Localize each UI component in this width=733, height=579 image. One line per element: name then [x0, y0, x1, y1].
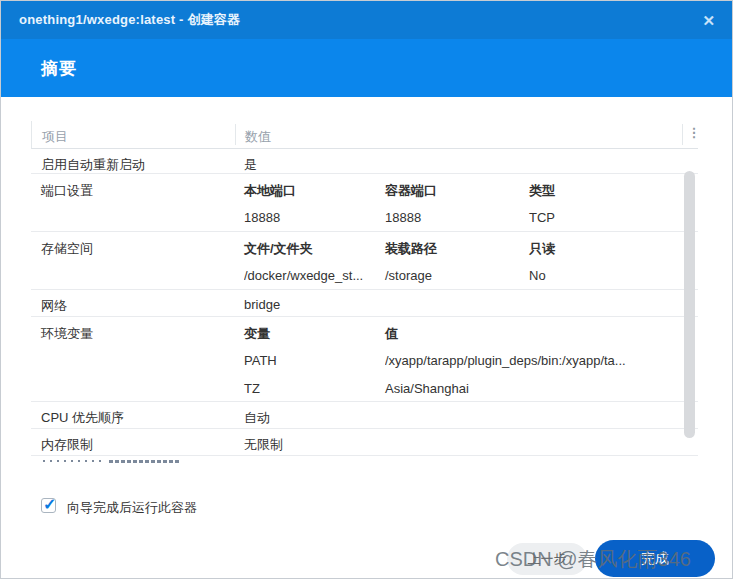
column-divider — [235, 124, 236, 145]
row-label: 启用自动重新启动 — [41, 156, 145, 174]
subcolumn-file-folder: 文件/文件夹 — [244, 240, 313, 258]
memory-limit-value: 无限制 — [244, 436, 283, 454]
table-row-memory-limit: 内存限制 无限制 — [31, 429, 698, 456]
subcolumn-variable: 变量 — [244, 325, 270, 343]
create-container-dialog: onething1/wxedge:latest - 创建容器 ✕ 摘要 项目 数… — [0, 0, 733, 579]
table-row-network: 网络 bridge — [31, 290, 698, 317]
close-icon[interactable]: ✕ — [702, 13, 715, 28]
row-label: 内存限制 — [41, 436, 93, 454]
subcolumn-value: 值 — [385, 325, 398, 343]
subcolumn-type: 类型 — [529, 182, 555, 200]
table-row-port-settings: 端口设置 本地端口 容器端口 类型 18888 18888 TCP — [31, 174, 698, 232]
cpu-priority-value: 自动 — [244, 409, 270, 427]
clipped-row-text — [43, 460, 193, 465]
network-value: bridge — [244, 297, 280, 312]
row-label: CPU 优先顺序 — [41, 409, 124, 427]
finish-button[interactable]: 完成 — [595, 540, 715, 577]
dialog-titlebar: onething1/wxedge:latest - 创建容器 ✕ — [1, 1, 732, 39]
env-value-path: /xyapp/tarapp/plugin_deps/bin:/xyapp/ta.… — [385, 353, 626, 368]
dialog-title: onething1/wxedge:latest - 创建容器 — [19, 11, 240, 29]
table-header-row: 项目 数值 ⋮ — [31, 121, 698, 149]
clipped-table-row — [31, 456, 698, 467]
table-scrollbar[interactable] — [684, 171, 695, 438]
subcolumn-mount-path: 装载路径 — [385, 240, 437, 258]
table-row-env-vars: 环境变量 变量 值 PATH /xyapp/tarapp/plugin_deps… — [31, 317, 698, 402]
storage-readonly-value: No — [529, 268, 546, 283]
port-type-value: TCP — [529, 210, 555, 225]
row-label: 环境变量 — [41, 325, 93, 343]
port-local-value: 18888 — [244, 210, 280, 225]
subcolumn-readonly: 只读 — [529, 240, 555, 258]
env-name-tz: TZ — [244, 381, 260, 396]
page-title: 摘要 — [41, 57, 77, 80]
summary-section-header: 摘要 — [1, 39, 732, 97]
run-after-wizard-label[interactable]: 向导完成后运行此容器 — [67, 499, 197, 517]
column-divider — [682, 124, 683, 145]
port-container-value: 18888 — [385, 210, 421, 225]
row-value: 是 — [244, 156, 257, 174]
table-row-storage: 存储空间 文件/文件夹 装载路径 只读 /docker/wxedge_st...… — [31, 232, 698, 290]
subcolumn-container-port: 容器端口 — [385, 182, 437, 200]
column-menu-icon[interactable]: ⋮ — [687, 125, 698, 140]
checkmark-icon: ✓ — [43, 495, 56, 514]
row-label: 网络 — [41, 297, 67, 315]
column-header-value: 数值 — [245, 128, 271, 146]
storage-folder-value: /docker/wxedge_st... — [244, 268, 363, 283]
row-label: 端口设置 — [41, 182, 93, 200]
storage-mount-value: /storage — [385, 268, 432, 283]
subcolumn-local-port: 本地端口 — [244, 182, 296, 200]
row-label: 存储空间 — [41, 240, 93, 258]
summary-table: 项目 数值 ⋮ 启用自动重新启动 是 端口设置 本地端口 容器端口 类型 188… — [31, 121, 698, 472]
back-button[interactable]: 上一步 — [507, 543, 587, 575]
env-name-path: PATH — [244, 353, 277, 368]
run-after-wizard-checkbox[interactable]: ✓ — [41, 498, 56, 513]
env-value-tz: Asia/Shanghai — [385, 381, 469, 396]
table-row-auto-restart: 启用自动重新启动 是 — [31, 149, 698, 174]
table-row-cpu-priority: CPU 优先顺序 自动 — [31, 402, 698, 429]
column-header-item: 项目 — [42, 128, 68, 146]
